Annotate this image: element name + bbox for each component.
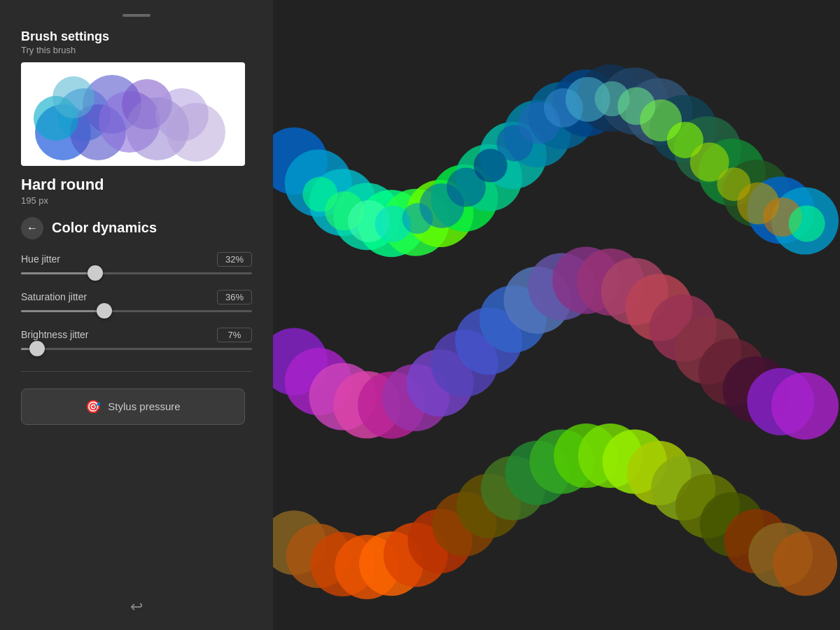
saturation-jitter-group: Saturation jitter 36% bbox=[21, 290, 252, 315]
brush-canvas[interactable] bbox=[273, 0, 840, 630]
brightness-jitter-group: Brightness jitter 7% bbox=[21, 328, 252, 353]
drag-handle[interactable] bbox=[122, 14, 150, 17]
brightness-jitter-track[interactable] bbox=[21, 348, 252, 350]
brightness-jitter-label: Brightness jitter bbox=[21, 329, 88, 340]
svg-point-10 bbox=[52, 76, 94, 118]
brush-name: Hard round bbox=[21, 176, 252, 194]
undo-area: ↩ bbox=[21, 584, 252, 616]
hue-jitter-group: Hue jitter 32% bbox=[21, 252, 252, 277]
brush-settings-title: Brush settings bbox=[21, 29, 252, 45]
hue-jitter-value[interactable]: 32% bbox=[217, 252, 252, 267]
divider bbox=[21, 371, 252, 372]
hue-jitter-track[interactable] bbox=[21, 272, 252, 274]
back-button[interactable]: ← bbox=[21, 217, 43, 239]
saturation-jitter-value[interactable]: 36% bbox=[217, 290, 252, 304]
hue-jitter-label: Hue jitter bbox=[21, 253, 60, 265]
brush-preview[interactable] bbox=[21, 62, 245, 166]
section-header: ← Color dynamics bbox=[21, 217, 252, 239]
section-title: Color dynamics bbox=[52, 220, 157, 236]
stylus-pressure-label: Stylus pressure bbox=[108, 400, 180, 412]
svg-point-8 bbox=[167, 103, 225, 162]
brightness-jitter-value[interactable]: 7% bbox=[217, 328, 252, 342]
stylus-icon: 🎯 bbox=[85, 399, 101, 414]
brush-size: 195 px bbox=[21, 195, 252, 206]
saturation-jitter-label: Saturation jitter bbox=[21, 291, 87, 302]
stylus-pressure-button[interactable]: 🎯 Stylus pressure bbox=[21, 388, 245, 425]
saturation-jitter-thumb[interactable] bbox=[97, 303, 112, 318]
left-panel: Brush settings Try this brush Hard round… bbox=[0, 0, 273, 630]
canvas-area[interactable] bbox=[273, 0, 840, 630]
brightness-jitter-thumb[interactable] bbox=[29, 341, 45, 356]
try-this-brush-label: Try this brush bbox=[21, 45, 252, 55]
brush-preview-svg bbox=[21, 62, 245, 166]
undo-button[interactable]: ↩ bbox=[130, 598, 143, 616]
hue-jitter-thumb[interactable] bbox=[88, 265, 103, 281]
saturation-jitter-track[interactable] bbox=[21, 310, 252, 312]
